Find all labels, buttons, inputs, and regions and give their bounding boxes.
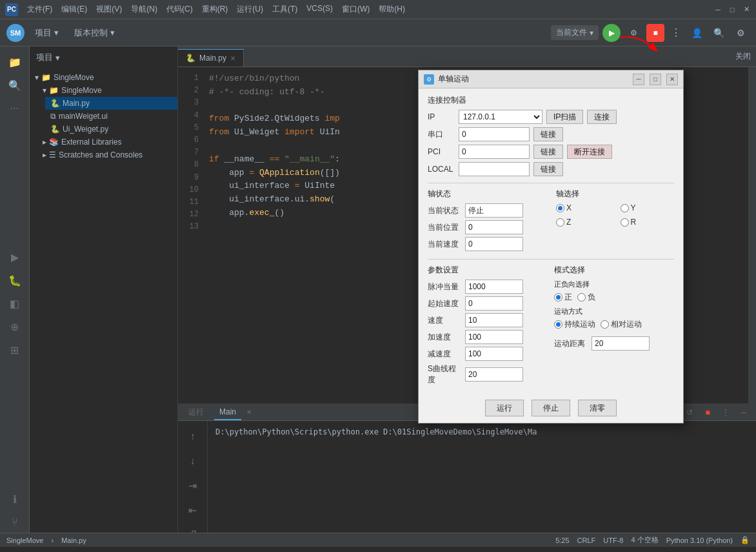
current-pos-input[interactable] bbox=[465, 220, 523, 234]
radio-y[interactable]: Y bbox=[621, 203, 675, 212]
status-encoding[interactable]: UTF-8 bbox=[603, 537, 623, 544]
dialog-close-btn[interactable]: ✕ bbox=[666, 74, 678, 85]
radio-x[interactable]: X bbox=[556, 203, 610, 212]
ip-connect-button[interactable]: 连接 bbox=[587, 110, 617, 124]
run-button[interactable]: ▶ bbox=[602, 24, 621, 42]
bottom-minimize-icon[interactable]: ─ bbox=[737, 405, 751, 420]
global-search-button[interactable]: 🔍 bbox=[710, 24, 728, 42]
menu-help[interactable]: 帮助(H) bbox=[375, 3, 409, 16]
settings-button[interactable]: ⚙ bbox=[624, 24, 642, 42]
status-position[interactable]: 5:25 bbox=[555, 537, 569, 544]
single-axis-dialog[interactable]: ⚙ 单轴运动 ─ □ ✕ 连接控制器 IP 127.0.0.1 IP扫描 连接 bbox=[418, 70, 684, 424]
accel-input[interactable] bbox=[465, 330, 523, 344]
pci-link-button[interactable]: 链接 bbox=[533, 145, 563, 159]
current-speed-input[interactable] bbox=[465, 237, 523, 251]
bottom-tab-main-close[interactable]: ✕ bbox=[246, 409, 252, 416]
bottom-up-icon[interactable]: ↑ bbox=[183, 426, 203, 447]
sidebar-terminal-icon[interactable]: ⊞ bbox=[5, 340, 25, 361]
dialog-minimize-btn[interactable]: ─ bbox=[633, 74, 644, 85]
status-file[interactable]: Main.py bbox=[61, 537, 86, 544]
tree-item-mainweiget[interactable]: ⧉ mainWeiget.ui bbox=[45, 110, 177, 123]
win-maximize[interactable]: □ bbox=[728, 5, 737, 14]
tab-close-icon[interactable]: ✕ bbox=[230, 55, 235, 62]
vcs-button[interactable]: 版本控制 ▾ bbox=[69, 25, 120, 41]
sidebar-search-icon[interactable]: 🔍 bbox=[5, 75, 25, 96]
menu-window[interactable]: 窗口(W) bbox=[338, 3, 373, 16]
bottom-stop-icon[interactable]: ■ bbox=[701, 405, 715, 420]
dialog-run-button[interactable]: 运行 bbox=[485, 400, 524, 416]
bottom-arrow2-icon[interactable]: ⇤ bbox=[183, 500, 203, 520]
radio-relative[interactable]: 相对运动 bbox=[601, 319, 642, 330]
decel-input[interactable] bbox=[465, 347, 523, 361]
status-project[interactable]: SingleMove bbox=[6, 537, 43, 544]
user-avatar[interactable]: SM bbox=[6, 24, 25, 42]
pci-disconnect-button[interactable]: 断开连接 bbox=[567, 145, 612, 159]
start-speed-input[interactable] bbox=[465, 296, 523, 311]
pulse-input[interactable] bbox=[465, 280, 523, 294]
sidebar-run-icon[interactable]: ▶ bbox=[5, 247, 25, 268]
stop-button[interactable]: ■ bbox=[646, 24, 664, 42]
status-line-sep[interactable]: CRLF bbox=[577, 537, 596, 544]
ip-select[interactable]: 127.0.0.1 bbox=[459, 110, 542, 124]
sidebar-layers-icon[interactable]: ◧ bbox=[5, 294, 25, 314]
menu-run[interactable]: 运行(U) bbox=[233, 3, 267, 16]
more-options-button[interactable]: ⋮ bbox=[668, 25, 684, 41]
sidebar-git-icon[interactable]: ⑂ bbox=[5, 512, 25, 533]
sidebar-more-icon[interactable]: ··· bbox=[5, 98, 25, 119]
radio-continuous[interactable]: 持续运动 bbox=[554, 319, 595, 330]
bottom-tab-main[interactable]: Main bbox=[214, 405, 241, 420]
bottom-tab-run[interactable]: 运行 bbox=[183, 404, 209, 420]
menu-tools[interactable]: 工具(T) bbox=[268, 3, 301, 16]
close-panel-button[interactable]: 关闭 bbox=[730, 48, 756, 65]
bottom-print-icon[interactable]: 🖨 bbox=[183, 524, 203, 533]
editor-scrollbar[interactable] bbox=[748, 67, 756, 404]
bottom-arrow-icon[interactable]: ⇥ bbox=[183, 475, 203, 496]
radio-positive[interactable]: 正 bbox=[554, 292, 572, 303]
sidebar-plugin-icon[interactable]: ⊕ bbox=[5, 317, 25, 338]
ide-settings-button[interactable]: ⚙ bbox=[731, 24, 750, 42]
sidebar-debug-icon[interactable]: 🐛 bbox=[5, 271, 25, 291]
distance-input[interactable] bbox=[592, 336, 650, 351]
tree-item-mainpy[interactable]: 🐍 Main.py bbox=[45, 97, 177, 110]
port-link-button[interactable]: 链接 bbox=[533, 127, 563, 141]
local-input[interactable] bbox=[459, 162, 530, 176]
status-indent[interactable]: 4 个空格 bbox=[631, 535, 658, 545]
menu-vcs[interactable]: VCS(S) bbox=[303, 3, 337, 16]
radio-r[interactable]: R bbox=[621, 218, 675, 227]
account-button[interactable]: 👤 bbox=[688, 24, 706, 42]
dialog-clear-button[interactable]: 清零 bbox=[578, 400, 617, 416]
port-input[interactable] bbox=[459, 127, 530, 141]
scurve-input[interactable] bbox=[465, 367, 523, 382]
tree-item-scratches[interactable]: ▸ ☰ Scratches and Consoles bbox=[37, 148, 177, 161]
sidebar-folder-icon[interactable]: 📁 bbox=[5, 52, 25, 72]
bottom-down-icon[interactable]: ↓ bbox=[183, 451, 203, 471]
menu-edit[interactable]: 编辑(E) bbox=[57, 3, 91, 16]
project-button[interactable]: 项目 ▾ bbox=[30, 25, 64, 41]
menu-file[interactable]: 文件(F) bbox=[23, 3, 56, 16]
tree-item-root[interactable]: ▾ 📁 SingleMove bbox=[30, 71, 177, 84]
tree-item-singlemove[interactable]: ▾ 📁 SingleMove bbox=[37, 84, 177, 97]
status-python[interactable]: Python 3.10 (Python) bbox=[666, 537, 733, 544]
current-state-input[interactable] bbox=[465, 203, 523, 218]
win-minimize[interactable]: ─ bbox=[713, 5, 722, 14]
menu-nav[interactable]: 导航(N) bbox=[127, 3, 161, 16]
tree-item-uiweiget[interactable]: 🐍 Ui_Weiget.py bbox=[45, 123, 177, 136]
win-close[interactable]: ✕ bbox=[742, 5, 751, 14]
menu-code[interactable]: 代码(C) bbox=[163, 3, 197, 16]
dialog-restore-btn[interactable]: □ bbox=[650, 74, 661, 85]
tree-item-extlibs[interactable]: ▸ 📚 External Libraries bbox=[37, 136, 177, 148]
editor-tab-mainpy[interactable]: 🐍 Main.py ✕ bbox=[178, 49, 244, 66]
ip-scan-button[interactable]: IP扫描 bbox=[546, 110, 583, 124]
speed-input[interactable] bbox=[465, 313, 523, 327]
menu-view[interactable]: 视图(V) bbox=[92, 3, 126, 16]
menu-refactor[interactable]: 重构(R) bbox=[198, 3, 232, 16]
bottom-more-icon[interactable]: ⋮ bbox=[719, 405, 733, 420]
current-file-button[interactable]: 当前文件 ▾ bbox=[551, 25, 599, 40]
sidebar-info-icon[interactable]: ℹ bbox=[5, 489, 25, 509]
local-link-button[interactable]: 链接 bbox=[533, 162, 563, 176]
dialog-stop-button[interactable]: 停止 bbox=[532, 400, 570, 416]
bottom-restart-icon[interactable]: ↺ bbox=[682, 405, 697, 420]
radio-negative[interactable]: 负 bbox=[577, 292, 595, 303]
pci-input[interactable] bbox=[459, 145, 530, 159]
radio-z[interactable]: Z bbox=[556, 218, 610, 227]
